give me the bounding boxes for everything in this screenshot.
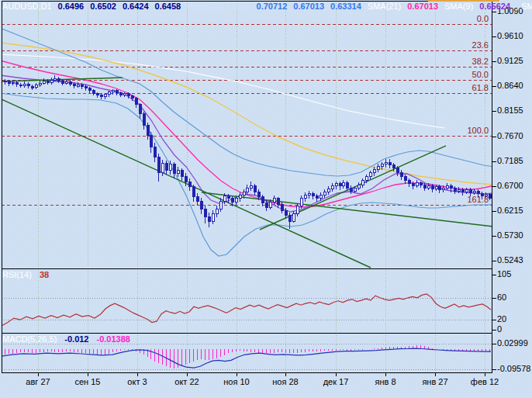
time-axis-label: ноя 28 — [267, 378, 304, 386]
bb-lower — [0, 93, 493, 256]
rsi-axis-label: 105 — [497, 270, 511, 279]
time-axis-label: фев 12 — [466, 378, 503, 386]
rsi-indicator-label: RSI(14) — [2, 270, 32, 279]
macd-axis-label: 0.02999 — [497, 339, 528, 348]
bands-mid-value: 0.67013 — [293, 2, 324, 11]
sma21-value: 0.67013 — [407, 2, 438, 11]
price-axis-label: 0.7670 — [497, 132, 523, 140]
bands-upper-value: 0.70712 — [257, 2, 288, 11]
time-axis-label: янв 27 — [416, 378, 454, 386]
sma100-indicator-label: , SMA(100) — [516, 2, 532, 11]
top-accent-strip — [428, 0, 499, 2]
high-value: 0.6502 — [90, 2, 116, 11]
time-axis-label: авг 27 — [19, 378, 57, 386]
fib-level-label: 38.2 — [472, 57, 489, 66]
fib-level-label: 0.0 — [477, 15, 489, 23]
price-axis-label: 0.9610 — [497, 32, 523, 40]
fib-level-label: 50.0 — [472, 71, 489, 79]
sma9-indicator-label: SMA(9) — [444, 2, 473, 11]
rsi-axis-label: 60 — [497, 293, 506, 302]
macd-signal-value: -0.012 — [64, 334, 88, 344]
low-value: 0.6424 — [123, 2, 149, 11]
rsi-current-value: 38 — [40, 270, 49, 279]
fib-level-label: 161.8 — [467, 196, 489, 204]
macd-indicator-label: MACD(5,26,5) — [2, 334, 57, 344]
time-axis-label: сен 15 — [69, 378, 106, 386]
price-axis-label: 0.6700 — [497, 182, 523, 190]
fib-level-label: 61.8 — [472, 84, 489, 92]
sma100 — [0, 43, 493, 185]
price-axis-label: 0.9125 — [497, 57, 523, 65]
open-value: 0.6496 — [58, 2, 85, 11]
price-axis-label: 0.6215 — [497, 206, 523, 215]
rsi-axis-label: 20 — [497, 315, 506, 324]
price-axis-label: 0.5730 — [497, 231, 523, 240]
symbol-timeframe-label: AUDUSD,D1 — [2, 2, 52, 11]
price-axis-label: 0.5243 — [497, 256, 523, 265]
time-axis-label: дек 17 — [317, 378, 354, 386]
rsi-pane-header: RSI(14) 38 — [2, 270, 49, 279]
time-axis-label: ноя 10 — [218, 378, 255, 386]
time-axis-label: окт 3 — [119, 378, 156, 386]
price-axis-label: 0.8640 — [497, 81, 523, 90]
rsi-axis-label: 0 — [497, 325, 502, 334]
rsi-line — [2, 294, 491, 326]
time-axis-label: янв 8 — [367, 378, 404, 386]
sma9-value: 0.65624 — [479, 2, 510, 11]
bands-indicator-label: Bands(21,1.618) — [187, 2, 250, 11]
macd-signal-line — [2, 348, 491, 368]
chart-window: AUDUSD,D1 0.6496 0.6502 0.6424 0.6458 Ba… — [0, 0, 532, 398]
close-value: 0.6458 — [155, 2, 181, 11]
chart-header: AUDUSD,D1 0.6496 0.6502 0.6424 0.6458 Ba… — [2, 2, 532, 11]
price-axis-label: 0.7185 — [497, 157, 523, 165]
macd-pane-header: MACD(5,26,5) -0.012 -0.01388 — [2, 334, 130, 344]
bb-upper — [0, 28, 493, 176]
fib-level-label: 23.6 — [472, 41, 489, 50]
bands-lower-value: 0.63314 — [330, 2, 361, 11]
macd-axis-label: -0.09578 — [497, 365, 530, 373]
price-axis-label: 0.8155 — [497, 106, 523, 115]
sma21-indicator-label: SMA(21) — [368, 2, 401, 11]
time-axis-label: окт 22 — [168, 378, 206, 386]
white-trendline — [0, 54, 444, 128]
trendline-up — [260, 146, 446, 230]
candlestick-series — [4, 75, 495, 229]
macd-main-value: -0.01388 — [97, 334, 130, 344]
fib-level-label: 100.0 — [467, 126, 489, 135]
